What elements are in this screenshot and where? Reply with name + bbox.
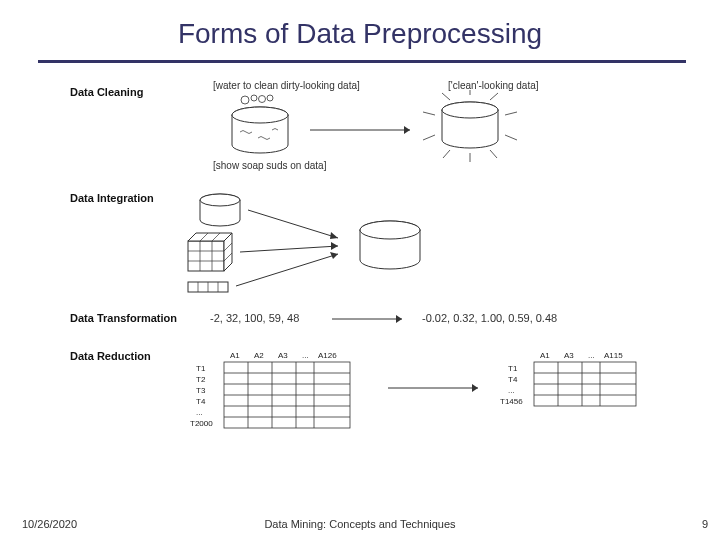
svg-marker-40 [331,242,338,250]
svg-point-5 [232,107,288,123]
svg-text:A3: A3 [278,351,288,360]
label-data-reduction: Data Reduction [70,350,151,362]
transformation-arrow [332,312,412,326]
svg-line-15 [443,150,450,158]
svg-line-16 [490,150,497,158]
page-title: Forms of Data Preprocessing [0,0,720,60]
diagram-area: Data Cleaning Data Integration Data Tran… [70,80,670,480]
svg-line-9 [442,93,450,100]
svg-marker-42 [330,252,338,259]
svg-marker-69 [472,384,478,392]
svg-line-11 [423,112,435,115]
svg-line-10 [490,93,498,100]
svg-marker-46 [396,315,402,323]
footer-date: 10/26/2020 [22,518,77,530]
svg-rect-22 [188,241,224,271]
svg-text:T1: T1 [508,364,518,373]
transformation-output: -0.02, 0.32, 1.00, 0.59, 0.48 [422,312,557,324]
svg-text:T1456: T1456 [500,397,523,406]
transformation-input: -2, 32, 100, 59, 48 [210,312,299,324]
title-underline [38,60,686,63]
footer-center: Data Mining: Concepts and Techniques [264,518,455,530]
svg-text:T4: T4 [508,375,518,384]
label-data-cleaning: Data Cleaning [70,86,143,98]
svg-point-44 [360,221,420,239]
cleaning-diagram [200,90,560,180]
svg-text:T2000: T2000 [190,419,213,428]
svg-point-2 [259,96,266,103]
svg-text:A3: A3 [564,351,574,360]
svg-marker-7 [404,126,410,134]
svg-text:A1: A1 [540,351,550,360]
label-data-transformation: Data Transformation [70,312,177,324]
svg-line-13 [423,135,435,140]
svg-text:T2: T2 [196,375,206,384]
svg-line-14 [505,135,517,140]
svg-text:T4: T4 [196,397,206,406]
svg-text:A2: A2 [254,351,264,360]
svg-text:T3: T3 [196,386,206,395]
svg-text:A126: A126 [318,351,337,360]
svg-text:...: ... [302,351,309,360]
svg-text:...: ... [196,408,203,417]
svg-text:T1: T1 [196,364,206,373]
svg-point-3 [267,95,273,101]
svg-line-37 [248,210,338,238]
svg-line-39 [240,246,338,252]
svg-marker-38 [330,232,338,239]
svg-point-19 [442,102,498,118]
svg-line-41 [236,254,338,286]
svg-text:...: ... [508,386,515,395]
integration-diagram [180,188,500,298]
label-data-integration: Data Integration [70,192,154,204]
svg-text:A115: A115 [604,351,623,360]
svg-line-12 [505,112,517,115]
svg-point-1 [251,95,257,101]
svg-text:...: ... [588,351,595,360]
svg-text:A1: A1 [230,351,240,360]
svg-point-21 [200,194,240,206]
reduction-diagram: A1 A2 A3 ... A126 T1 T2 T3 T4 ... T2000 … [188,348,668,448]
footer-page-number: 9 [702,518,708,530]
svg-point-0 [241,96,249,104]
